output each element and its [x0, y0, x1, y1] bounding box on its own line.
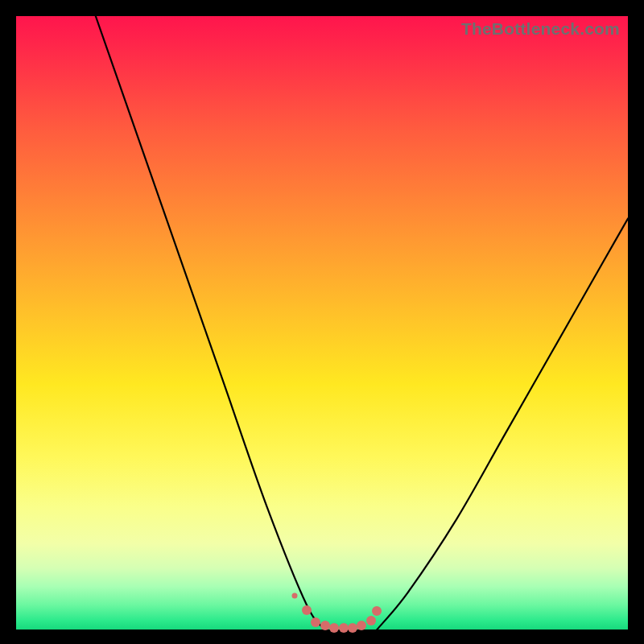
left-curve-path — [96, 16, 325, 630]
chart-frame: TheBottleneck.com — [16, 16, 628, 630]
bottleneck-curve — [16, 16, 628, 630]
right-curve-path — [377, 218, 628, 630]
